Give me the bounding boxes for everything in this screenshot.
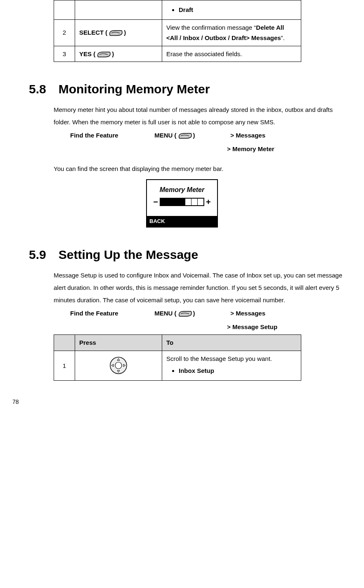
page-number: 78 — [12, 397, 352, 407]
softkey-icon — [177, 132, 193, 140]
th-press: Press — [75, 335, 162, 351]
table-delete-messages: Draft 2 SELECT () View the confirmation … — [54, 0, 301, 62]
path-messages: > Messages — [230, 306, 265, 320]
bullet-draft: Draft — [179, 5, 297, 15]
heading-5-8: 5.8 Monitoring Memory Meter — [29, 78, 352, 100]
para-5-8-after: You can find the screen that displaying … — [54, 163, 343, 175]
step-number: 2 — [54, 19, 75, 46]
softkey-icon — [177, 310, 193, 318]
confirm-text-a: View the confirmation message “ — [166, 24, 256, 31]
table-message-setup: Press To 1 Scroll to the Message Setup y… — [54, 334, 301, 381]
path-message-setup: > Message Setup — [227, 322, 352, 332]
menu-label: MENU — [154, 310, 173, 317]
scroll-text: Scroll to the Message Setup you want. — [166, 355, 272, 362]
menu-label: MENU — [154, 132, 173, 139]
find-feature-label: Find the Feature — [70, 128, 153, 142]
step-number: 3 — [54, 46, 75, 62]
press-select-label: SELECT — [79, 29, 104, 36]
erase-fields-text: Erase the associated fields. — [162, 46, 301, 62]
screen-back-label: BACK — [147, 216, 217, 227]
th-to: To — [162, 335, 301, 351]
para-5-8: Memory meter hint you about total number… — [54, 104, 343, 128]
step-number: 1 — [54, 351, 75, 380]
svg-point-1 — [115, 362, 122, 369]
bullet-inbox-setup: Inbox Setup — [179, 365, 297, 376]
minus-icon: − — [153, 198, 158, 206]
find-feature-label: Find the Feature — [70, 306, 153, 320]
confirm-text-c: ”. — [281, 34, 285, 41]
path-messages: > Messages — [230, 128, 265, 142]
para-5-9: Message Setup is used to configure Inbox… — [54, 269, 343, 306]
memory-meter-screenshot: Memory Meter − + BACK — [146, 179, 218, 228]
press-yes-label: YES — [79, 50, 92, 57]
softkey-icon — [95, 50, 112, 59]
path-memory-meter: > Memory Meter — [227, 144, 352, 154]
plus-icon: + — [206, 198, 211, 206]
nav-pad-icon — [109, 356, 128, 375]
meter-bar — [160, 198, 204, 206]
softkey-icon — [107, 29, 124, 37]
screen-title: Memory Meter — [150, 184, 214, 195]
heading-5-9: 5.9 Setting Up the Message — [29, 244, 352, 265]
